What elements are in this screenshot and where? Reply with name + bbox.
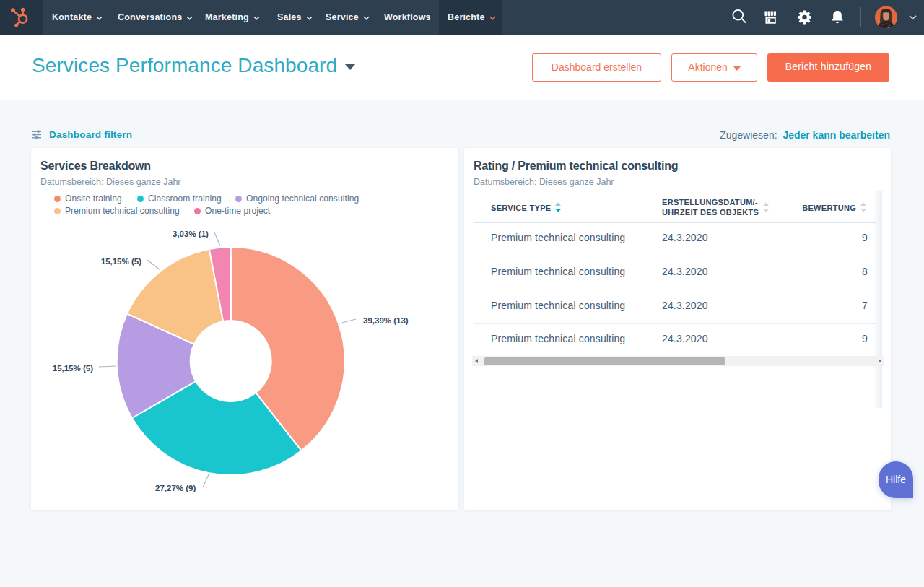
svg-text:15,15% (5): 15,15% (5) — [101, 257, 141, 266]
svg-text:15,15% (5): 15,15% (5) — [53, 364, 93, 373]
svg-text:39,39% (13): 39,39% (13) — [363, 316, 409, 325]
svg-text:27,27% (9): 27,27% (9) — [155, 484, 196, 492]
svg-text:3,03% (1): 3,03% (1) — [173, 230, 209, 238]
